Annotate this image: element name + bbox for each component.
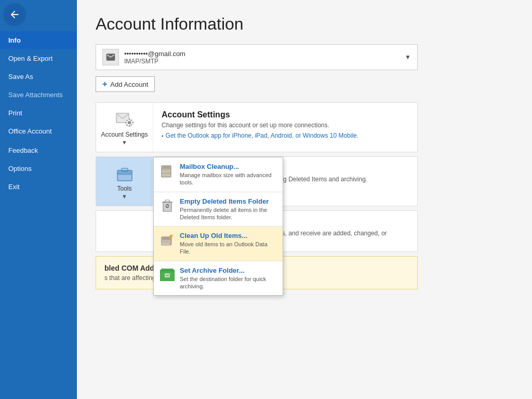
- sidebar-item-print[interactable]: Print: [0, 104, 77, 122]
- account-info: ••••••••••@gmail.com IMAP/SMTP: [124, 50, 401, 65]
- sidebar-item-save-attachments[interactable]: Save Attachments: [0, 86, 77, 104]
- main-content: Account Information ••••••••••@gmail.com…: [77, 0, 532, 399]
- menu-item-set-archive[interactable]: Set Archive Folder... Set the destinatio…: [154, 261, 283, 296]
- plus-icon: +: [102, 79, 107, 89]
- back-icon: [9, 9, 20, 20]
- account-settings-body: Account Settings Change settings for thi…: [153, 103, 417, 152]
- menu-item-clean-up-old[interactable]: Clean Up Old Items... Move old items to …: [154, 227, 283, 261]
- add-account-button[interactable]: + Add Account: [96, 76, 155, 92]
- menu-item-empty-deleted[interactable]: Empty Deleted Items Folder Permanently d…: [154, 192, 283, 227]
- account-settings-icon: [115, 109, 134, 128]
- mailbox-cleanup-icon: [160, 164, 175, 178]
- sidebar-item-save-as[interactable]: Save As: [0, 68, 77, 86]
- empty-deleted-desc: Permanently delete all items in the Dele…: [180, 206, 276, 221]
- svg-rect-4: [129, 125, 130, 127]
- account-selector[interactable]: ••••••••••@gmail.com IMAP/SMTP ▼: [96, 44, 418, 70]
- tools-dropdown-arrow: ▼: [122, 193, 127, 200]
- back-button[interactable]: [3, 3, 26, 26]
- clean-up-old-title: Clean Up Old Items...: [180, 232, 276, 240]
- sidebar-item-office-account[interactable]: Office Account: [0, 122, 77, 141]
- add-account-label: Add Account: [110, 81, 148, 88]
- sidebar-item-open-export[interactable]: Open & Export: [0, 49, 77, 68]
- svg-rect-3: [129, 118, 130, 120]
- sidebar: Info Open & Export Save As Save Attachme…: [0, 0, 77, 399]
- mailbox-cleanup-text: Mailbox Cleanup... Manage mailbox size w…: [180, 163, 276, 187]
- sidebar-item-info[interactable]: Info: [0, 31, 77, 49]
- account-dropdown-arrow: ▼: [405, 54, 411, 61]
- account-icon: [102, 49, 119, 65]
- account-settings-desc: Change settings for this account or set …: [162, 122, 409, 129]
- svg-rect-5: [125, 122, 127, 123]
- tools-icon-label: Tools: [117, 185, 131, 192]
- outlook-app-link[interactable]: Get the Outlook app for iPhone, iPad, An…: [162, 132, 409, 139]
- mailbox-cleanup-desc: Manage mailbox size with advanced tools.: [180, 171, 276, 187]
- account-type: IMAP/SMTP: [124, 58, 401, 65]
- tools-icon: [115, 163, 134, 182]
- account-email: ••••••••••@gmail.com: [124, 50, 401, 58]
- svg-rect-12: [117, 170, 132, 174]
- set-archive-desc: Set the destination folder for quick arc…: [180, 275, 276, 290]
- set-archive-text: Set Archive Folder... Set the destinatio…: [180, 267, 276, 290]
- clean-up-old-text: Clean Up Old Items... Move old items to …: [180, 232, 276, 256]
- svg-point-2: [128, 121, 131, 124]
- account-settings-card: Account Settings ▼ Account Settings Chan…: [96, 102, 418, 152]
- clean-up-old-desc: Move old items to an Outlook Data File.: [180, 241, 276, 256]
- sidebar-nav: Info Open & Export Save As Save Attachme…: [0, 31, 77, 196]
- empty-deleted-title: Empty Deleted Items Folder: [180, 197, 276, 205]
- empty-deleted-text: Empty Deleted Items Folder Permanently d…: [180, 197, 276, 221]
- mailbox-tools-icon-area[interactable]: Tools ▼: [96, 157, 153, 206]
- sidebar-item-exit[interactable]: Exit: [0, 178, 77, 196]
- mailbox-settings-card: Tools ▼ Mailbox Settings Manage the size…: [96, 156, 418, 206]
- account-settings-title: Account Settings: [162, 110, 409, 119]
- sidebar-item-options[interactable]: Options: [0, 159, 77, 178]
- svg-rect-6: [132, 122, 134, 123]
- mailbox-cleanup-title: Mailbox Cleanup...: [180, 163, 276, 170]
- account-settings-icon-label: Account Settings: [101, 131, 148, 138]
- clean-up-old-icon: [160, 233, 175, 247]
- menu-item-mailbox-cleanup[interactable]: Mailbox Cleanup... Manage mailbox size w…: [154, 157, 283, 192]
- set-archive-icon: [160, 268, 175, 282]
- tools-dropdown-menu: Mailbox Cleanup... Manage mailbox size w…: [153, 157, 283, 296]
- page-title: Account Information: [96, 15, 513, 34]
- svg-rect-22: [163, 202, 171, 211]
- set-archive-title: Set Archive Folder...: [180, 267, 276, 274]
- empty-deleted-icon: [160, 198, 175, 213]
- account-settings-dropdown-arrow: ▼: [122, 139, 127, 145]
- sidebar-item-feedback[interactable]: Feedback: [0, 141, 77, 159]
- account-settings-icon-area[interactable]: Account Settings ▼: [96, 103, 153, 152]
